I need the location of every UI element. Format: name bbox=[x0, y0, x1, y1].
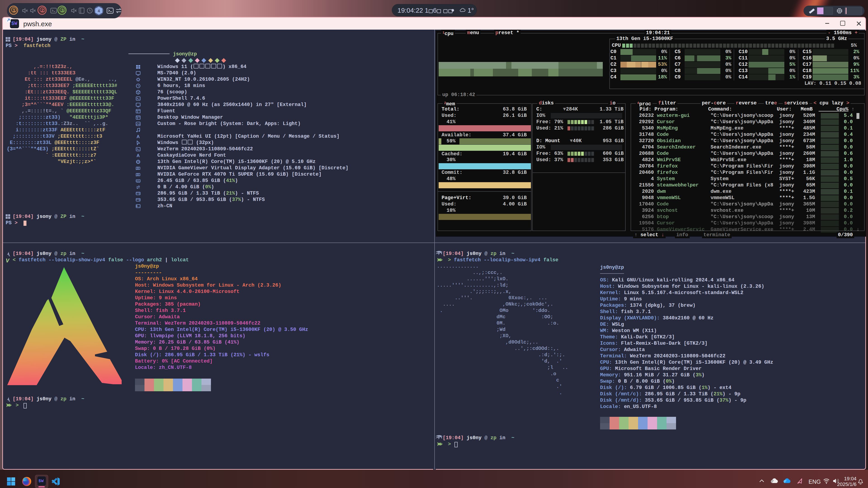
svg-text:A↔: A↔ bbox=[136, 205, 141, 207]
svg-text:A: A bbox=[136, 134, 140, 139]
svg-text:4: 4 bbox=[98, 9, 100, 13]
svg-text:A: A bbox=[136, 153, 140, 158]
